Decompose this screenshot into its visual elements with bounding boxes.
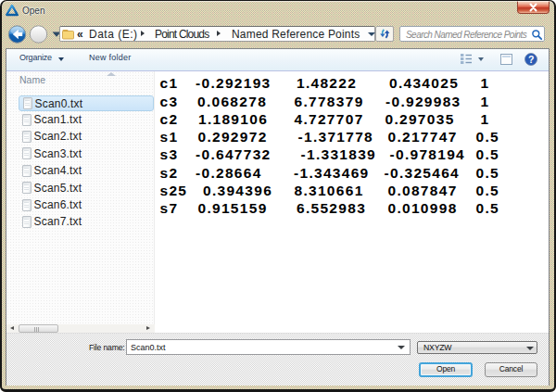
svg-text:?: ? [528, 54, 534, 65]
